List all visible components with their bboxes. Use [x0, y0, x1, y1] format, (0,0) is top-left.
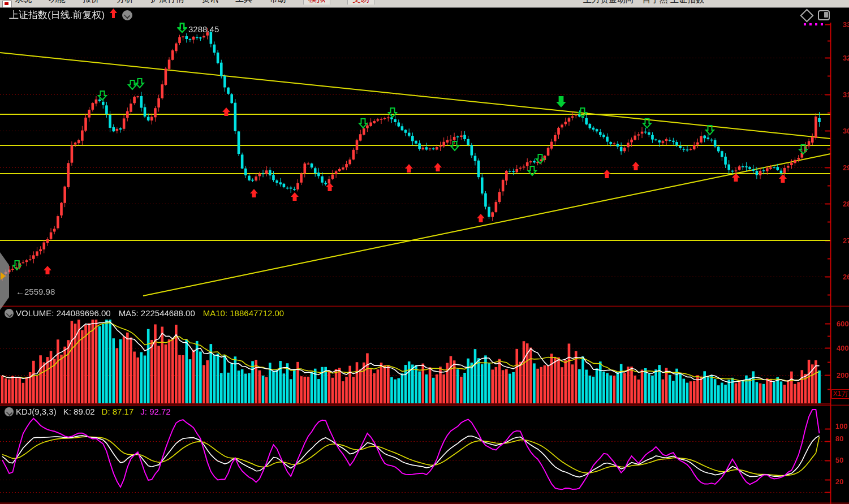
price-axis-label: 2700: [843, 236, 849, 245]
dot-icon: [804, 23, 806, 25]
menu-item-red[interactable]: 交易: [347, 0, 374, 5]
low-price-label: ←2559.98: [16, 287, 55, 296]
volume-ma5: MA5: 222544688.00: [119, 308, 195, 318]
chart-tool-icons: [799, 9, 838, 27]
price-axis-label: 3000: [843, 127, 849, 135]
menu-item[interactable]: 报价: [83, 0, 100, 5]
collapse-kdj-icon[interactable]: [5, 407, 14, 416]
menu-item[interactable]: 分析: [117, 0, 133, 5]
kdj-j: J: 92.72: [140, 407, 170, 416]
price-axis-label: 3200: [843, 54, 849, 62]
diamond-tool-icon[interactable]: [800, 8, 813, 22]
dot-icon: [821, 23, 823, 25]
menu-item[interactable]: 扩展行情: [150, 0, 184, 5]
volume-unit-multiplier: X1万: [831, 389, 849, 399]
menu-item[interactable]: 帮助: [269, 0, 286, 5]
sell-arrow-peak-icon: [177, 23, 187, 35]
symbol-title: 上证指数(日线.前复权): [9, 8, 105, 21]
volume-value: VOLUME: 244089696.00: [16, 308, 111, 318]
collapse-main-icon[interactable]: [122, 10, 132, 20]
price-axis-label: 3100: [843, 91, 849, 99]
kdj-axis-label: 20: [835, 477, 843, 486]
menu-item[interactable]: 资讯: [201, 0, 218, 5]
menu-item[interactable]: 功能: [49, 0, 66, 5]
menu-item-red[interactable]: 模拟: [303, 0, 330, 5]
chart-title-row: 上证指数(日线.前复权): [9, 8, 132, 21]
stock-app-window: { "menu": { "items": ["系统","功能","报价","分析…: [0, 0, 849, 504]
volume-header: VOLUME: 244089696.00MA5: 222544688.00MA1…: [16, 308, 292, 318]
price-axis-label: 2800: [843, 200, 849, 208]
menu-item[interactable]: 工具: [235, 0, 252, 5]
kdj-header: KDJ(9,3,3)K: 89.02D: 87.17J: 92.72: [16, 407, 178, 416]
dot-icon: [809, 23, 812, 25]
app-icon[interactable]: [2, 1, 12, 8]
layout-tool-icon[interactable]: [818, 10, 830, 20]
volume-ma10: MA10: 188647712.00: [203, 308, 284, 318]
kdj-name: KDJ(9,3,3): [16, 407, 57, 416]
collapse-volume-icon[interactable]: [5, 309, 14, 318]
volume-axis-label: 2000: [837, 371, 849, 380]
dot-icon: [815, 23, 817, 25]
kdj-k: K: 89.02: [63, 407, 95, 416]
menu-items: 系统功能报价分析扩展行情资讯工具帮助模拟交易: [15, 0, 391, 5]
kdj-axis-label: 50: [835, 456, 843, 464]
menu-item[interactable]: 系统: [15, 0, 32, 5]
peak-price-label: 3288.45: [188, 24, 219, 34]
menu-bar: 系统功能报价分析扩展行情资讯工具帮助模拟交易 主力资金动向一目了然 上证指数: [0, 0, 849, 8]
chart-canvas[interactable]: [0, 0, 849, 504]
left-handle-arrow-icon: [1, 272, 6, 280]
kdj-axis-label: 80: [835, 434, 843, 443]
volume-axis-label: 4000: [837, 344, 849, 352]
price-axis-label: 2900: [843, 163, 849, 172]
price-axis-label: 3300: [843, 20, 849, 29]
price-axis-label: 2600: [843, 273, 849, 281]
window-title: 主力资金动向一目了然 上证指数: [583, 0, 704, 5]
up-arrow-icon: [109, 8, 118, 21]
volume-axis-label: 6000: [837, 320, 849, 328]
kdj-d: D: 87.17: [102, 407, 134, 416]
kdj-axis-label: 100: [835, 422, 848, 430]
